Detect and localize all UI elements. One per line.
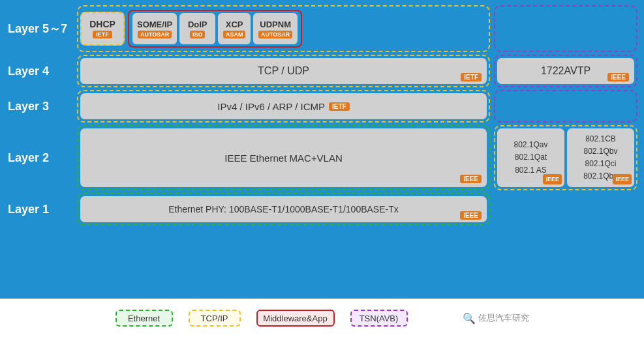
ethernet-l1-border: Ethernet PHY: 100BASE-T1/1000BASE-T1/100… [77, 193, 490, 226]
tsn-sub1-box: 802.1Qav 802.1Qat 802.1 AS IEEE [497, 128, 564, 187]
tsn1-badge: IEEE [543, 174, 562, 184]
tsn1-line2: 802.1Qat [515, 151, 547, 164]
layer4-row: Layer 4 TCP / UDP IETF 1722AVTP IEEE [5, 55, 637, 87]
phy-text: Ethernet PHY: 100BASE-T1/1000BASE-T1/100… [168, 204, 399, 214]
dhcp-box: DHCP IETF [80, 12, 125, 46]
layer2-label: Layer 2 [5, 125, 77, 190]
tsn-l3-border [494, 90, 637, 123]
middleware-group: SOME/IP AUTOSAR DoIP ISO XCP A [128, 10, 302, 48]
main-wrapper: Layer 5～7 DHCP IETF SOME/IP [0, 0, 644, 337]
xcp-box: XCP ASAM [218, 13, 251, 44]
legend-tsn-label: TSN(AVB) [360, 314, 399, 323]
ipv4-badge: IETF [329, 102, 350, 111]
doip-badge: ISO [190, 31, 206, 38]
tsn-l2-border: 802.1Qav 802.1Qat 802.1 AS IEEE 802.1CB … [494, 125, 637, 190]
someip-name: SOME/IP [137, 20, 172, 29]
legend-ethernet: Ethernet [115, 310, 173, 327]
mac-vlan-box: IEEE Ethernet MAC+VLAN IEEE [80, 128, 487, 187]
tsn1-line3: 802.1 AS [515, 164, 547, 177]
avtp-box: 1722AVTP IEEE [497, 58, 634, 84]
legend-tcpip: TCP/IP [189, 310, 241, 327]
mac-vlan-text: IEEE Ethernet MAC+VLAN [224, 153, 343, 164]
tsn-sub2-box: 802.1CB 802.1Qbv 802.1Qci 802.1Qbu IEEE [567, 128, 634, 187]
doip-box: DoIP ISO [179, 13, 215, 44]
tsn2-line2: 802.1Qbv [583, 145, 617, 158]
xcp-name: XCP [226, 20, 243, 29]
watermark: 🔍 佐思汽车研究 [463, 312, 529, 325]
legend-middleware: Middleware&App [256, 310, 335, 327]
tcp-udp-badge: IETF [461, 73, 482, 81]
ipv4-text: IPv4 / IPv6 / ARP / ICMP [217, 101, 325, 112]
tsn-l4-border: 1722AVTP IEEE [494, 55, 637, 87]
dhcp-badge: IETF [93, 31, 112, 38]
dhcp-name: DHCP [89, 19, 115, 29]
udpnm-box: UDPNM AUTOSAR [253, 13, 298, 44]
tcpip-l57-border: DHCP IETF SOME/IP AUTOSAR [77, 5, 490, 52]
layer4-label: Layer 4 [5, 55, 77, 87]
tcpip-l4-border: TCP / UDP IETF [77, 55, 490, 87]
doip-name: DoIP [188, 20, 207, 29]
layer1-row: Layer 1 Ethernet PHY: 100BASE-T1/1000BAS… [5, 193, 637, 226]
phy-box: Ethernet PHY: 100BASE-T1/1000BASE-T1/100… [80, 196, 487, 222]
layer3-row: Layer 3 IPv4 / IPv6 / ARP / ICMP IETF [5, 90, 637, 123]
phy-badge: IEEE [460, 211, 482, 220]
avtp-badge: IEEE [607, 73, 629, 81]
tcpip-l3-border: IPv4 / IPv6 / ARP / ICMP IETF [77, 90, 490, 123]
tsn1-line1: 802.1Qav [514, 139, 547, 151]
tsn2-badge: IEEE [613, 174, 632, 184]
layer3-label: Layer 3 [5, 90, 77, 123]
layer2-row: Layer 2 IEEE Ethernet MAC+VLAN IEEE 802.… [5, 125, 637, 190]
legend-tcpip-label: TCP/IP [201, 314, 228, 323]
legend-middleware-box: Middleware&App [256, 310, 335, 327]
legend-tsn-box: TSN(AVB) [350, 310, 408, 327]
udpnm-badge: AUTOSAR [258, 31, 292, 38]
diagram-area: Layer 5～7 DHCP IETF SOME/IP [0, 0, 644, 299]
watermark-text: 佐思汽车研究 [478, 312, 529, 324]
l1-right-spacer [494, 193, 637, 226]
xcp-badge: ASAM [223, 31, 246, 38]
someip-box: SOME/IP AUTOSAR [132, 13, 177, 44]
tsn2-line3: 802.1Qci [585, 158, 616, 170]
legend-ethernet-label: Ethernet [128, 314, 160, 323]
mac-badge: IEEE [460, 175, 482, 183]
layer57-row: Layer 5～7 DHCP IETF SOME/IP [5, 5, 637, 52]
ethernet-l2-border: IEEE Ethernet MAC+VLAN IEEE [77, 125, 490, 190]
legend-area: Ethernet TCP/IP Middleware&App TSN(AVB) … [0, 299, 644, 337]
avtp-text: 1722AVTP [541, 65, 590, 77]
legend-ethernet-box: Ethernet [115, 310, 173, 327]
tsn-l57-border [494, 5, 637, 52]
watermark-icon: 🔍 [463, 312, 476, 325]
legend-middleware-label: Middleware&App [263, 314, 327, 323]
layer1-label: Layer 1 [5, 193, 77, 226]
udpnm-name: UDPNM [260, 20, 291, 29]
legend-tcpip-box: TCP/IP [189, 310, 241, 327]
tsn2-line1: 802.1CB [585, 133, 616, 145]
tcp-udp-text: TCP / UDP [258, 65, 309, 77]
legend-tsn: TSN(AVB) [350, 310, 408, 327]
ipv4-box: IPv4 / IPv6 / ARP / ICMP IETF [80, 93, 487, 119]
tcp-udp-box: TCP / UDP IETF [80, 58, 487, 84]
layer57-label: Layer 5～7 [5, 5, 77, 52]
someip-badge: AUTOSAR [138, 31, 172, 38]
